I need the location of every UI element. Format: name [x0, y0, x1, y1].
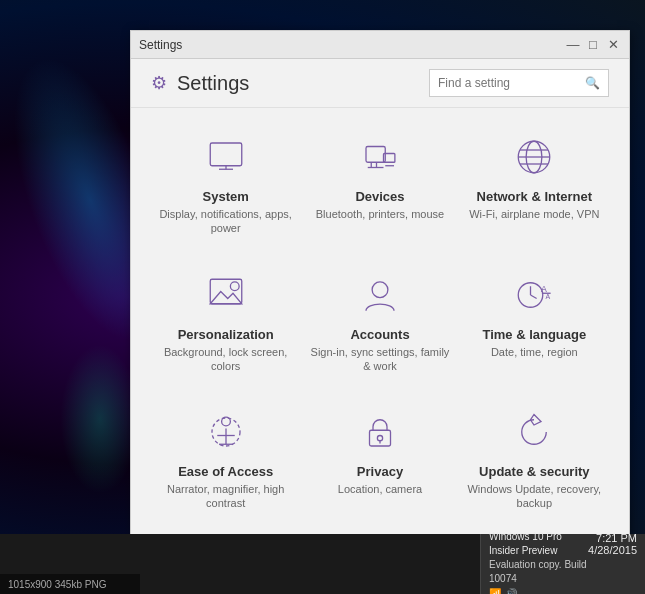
privacy-icon: [356, 408, 404, 456]
settings-item-accounts[interactable]: Accounts Sign-in, sync settings, family …: [305, 256, 454, 384]
ease-icon: [202, 408, 250, 456]
system-icon: [202, 133, 250, 181]
title-bar: Settings — □ ✕: [131, 31, 629, 59]
svg-line-20: [531, 295, 537, 299]
system-desc: Display, notifications, apps, power: [156, 207, 295, 236]
settings-item-privacy[interactable]: Privacy Location, camera: [305, 393, 454, 521]
devices-name: Devices: [355, 189, 404, 204]
accounts-name: Accounts: [350, 327, 409, 342]
update-icon: [510, 408, 558, 456]
devices-desc: Bluetooth, printers, mouse: [316, 207, 444, 221]
settings-window: Settings — □ ✕ ⚙ Settings 🔍 System Displ…: [130, 30, 630, 540]
settings-item-ease[interactable]: Ease of Access Narrator, magnifier, high…: [151, 393, 300, 521]
accounts-icon: [356, 271, 404, 319]
svg-rect-0: [210, 143, 242, 166]
devices-icon: [356, 133, 404, 181]
accounts-desc: Sign-in, sync settings, family & work: [310, 345, 449, 374]
system-name: System: [203, 189, 249, 204]
privacy-name: Privacy: [357, 464, 403, 479]
svg-rect-3: [366, 147, 385, 163]
update-desc: Windows Update, recovery, backup: [465, 482, 604, 511]
svg-marker-16: [210, 291, 242, 303]
settings-item-system[interactable]: System Display, notifications, apps, pow…: [151, 118, 300, 246]
search-icon: 🔍: [585, 76, 600, 90]
svg-point-15: [230, 281, 239, 290]
wifi-icon: 📶: [489, 588, 501, 595]
settings-item-time[interactable]: A A Time & language Date, time, region: [460, 256, 609, 384]
svg-rect-30: [369, 430, 390, 446]
ease-desc: Narrator, magnifier, high contrast: [156, 482, 295, 511]
network-name: Network & Internet: [477, 189, 593, 204]
svg-point-17: [372, 281, 388, 297]
header-title: Settings: [177, 72, 249, 95]
speaker-icon: 🔊: [505, 588, 517, 595]
settings-gear-icon: ⚙: [151, 72, 167, 94]
settings-item-devices[interactable]: Devices Bluetooth, printers, mouse: [305, 118, 454, 246]
time-icon: A A: [510, 271, 558, 319]
image-info-text: 1015x900 345kb PNG: [8, 579, 106, 590]
notif-date: 4/28/2015: [588, 544, 637, 556]
ease-name: Ease of Access: [178, 464, 273, 479]
title-bar-controls: — □ ✕: [565, 37, 621, 53]
network-desc: Wi-Fi, airplane mode, VPN: [469, 207, 599, 221]
search-input[interactable]: [438, 76, 578, 90]
maximize-button[interactable]: □: [585, 37, 601, 53]
window-header: ⚙ Settings 🔍: [131, 59, 629, 108]
privacy-desc: Location, camera: [338, 482, 422, 496]
personalization-desc: Background, lock screen, colors: [156, 345, 295, 374]
notif-subtitle: Evaluation copy. Build 10074: [489, 558, 588, 586]
update-name: Update & security: [479, 464, 590, 479]
settings-item-network[interactable]: Network & Internet Wi-Fi, airplane mode,…: [460, 118, 609, 246]
minimize-button[interactable]: —: [565, 37, 581, 53]
notif-time: 7:21 PM: [588, 532, 637, 544]
notification-area: Windows 10 Pro Insider Preview Evaluatio…: [480, 534, 645, 594]
settings-grid: System Display, notifications, apps, pow…: [131, 108, 629, 531]
network-icon: [510, 133, 558, 181]
personalization-name: Personalization: [178, 327, 274, 342]
title-bar-text: Settings: [139, 38, 182, 52]
search-box[interactable]: 🔍: [429, 69, 609, 97]
time-name: Time & language: [482, 327, 586, 342]
time-desc: Date, time, region: [491, 345, 578, 359]
notif-sys-icons: 📶 🔊: [489, 588, 588, 595]
settings-item-personalization[interactable]: Personalization Background, lock screen,…: [151, 256, 300, 384]
notif-title: Windows 10 Pro Insider Preview: [489, 530, 588, 558]
personalization-icon: [202, 271, 250, 319]
svg-point-31: [377, 436, 382, 441]
settings-item-update[interactable]: Update & security Windows Update, recove…: [460, 393, 609, 521]
header-left: ⚙ Settings: [151, 72, 249, 95]
image-info-bar: 1015x900 345kb PNG: [0, 574, 140, 594]
close-button[interactable]: ✕: [605, 37, 621, 53]
